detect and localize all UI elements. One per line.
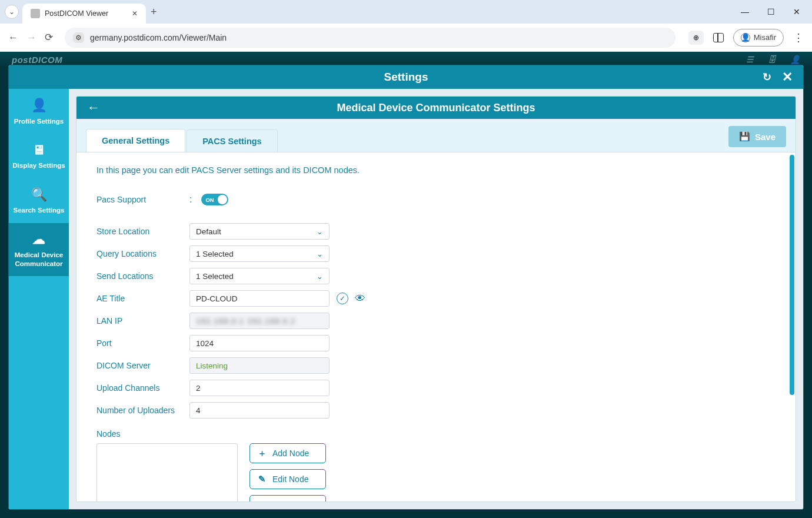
sidebar-item-label: Profile Settings: [14, 117, 64, 125]
tab-content: In this page you can edit PACS Server se…: [76, 152, 796, 502]
save-label: Save: [755, 132, 776, 142]
edit-icon: ✎: [257, 474, 267, 484]
scrollbar[interactable]: [790, 155, 794, 395]
nodes-label: Nodes: [96, 429, 776, 439]
tabs-row: General Settings PACS Settings 💾 Save: [76, 119, 796, 152]
maximize-button[interactable]: ☐: [766, 7, 776, 16]
reload-button[interactable]: ⟳: [45, 31, 53, 44]
url-text: germany.postdicom.com/Viewer/Main: [90, 33, 227, 42]
ae-title-input[interactable]: PD-CLOUD: [189, 290, 330, 307]
sidebar-item-label: Medical Device Communicator: [11, 251, 66, 268]
num-uploaders-input[interactable]: 4: [189, 402, 330, 419]
minimize-button[interactable]: —: [740, 7, 750, 16]
sidebar-item-display[interactable]: 🖥 Display Settings: [9, 134, 69, 178]
person-icon: 👤: [741, 33, 750, 42]
ae-title-value: PD-CLOUD: [196, 294, 238, 303]
upload-channels-label: Upload Channels: [96, 383, 189, 393]
search-icon: 🔍: [31, 187, 47, 203]
browser-tab[interactable]: PostDICOM Viewer ✕: [22, 4, 146, 24]
forward-button[interactable]: →: [26, 32, 36, 44]
ae-title-label: AE Title: [96, 294, 189, 303]
num-uploaders-label: Number of Uploaders: [96, 406, 189, 415]
port-input[interactable]: 1024: [189, 335, 330, 351]
add-node-label: Add Node: [272, 449, 309, 458]
monitor-icon: 🖥: [32, 142, 45, 158]
browser-menu-icon[interactable]: ⋮: [793, 31, 804, 44]
add-node-button[interactable]: ＋ Add Node: [249, 443, 326, 463]
brand-logo: postDICOM: [12, 55, 62, 65]
colon: :: [189, 194, 192, 205]
sidebar-item-search[interactable]: 🔍 Search Settings: [9, 178, 69, 223]
lan-ip-value: 192.168.0.1 192.168.0.2: [196, 317, 295, 326]
settings-content: ← Medical Device Communicator Settings G…: [69, 89, 803, 509]
query-locations-select[interactable]: 1 Selected ⌄: [189, 245, 330, 262]
address-bar[interactable]: ⚙ germany.postdicom.com/Viewer/Main: [65, 28, 675, 48]
translate-icon[interactable]: ⊕: [688, 31, 704, 45]
delete-node-label: Delete Node: [272, 500, 318, 502]
dicom-server-status: Listening: [189, 357, 330, 374]
browser-tab-strip: ⌄ PostDICOM Viewer ✕ + — ☐ ✕: [0, 0, 812, 24]
chevron-down-icon: ⌄: [317, 250, 323, 258]
pacs-support-toggle[interactable]: ON: [201, 194, 228, 205]
lan-ip-field: 192.168.0.1 192.168.0.2: [189, 313, 330, 329]
delete-node-button[interactable]: 🗑 Delete Node: [249, 495, 326, 502]
eye-icon[interactable]: 👁: [354, 293, 366, 304]
side-panel-icon[interactable]: [713, 33, 724, 42]
toggle-label: ON: [205, 197, 214, 203]
sidebar-item-label: Search Settings: [14, 206, 65, 214]
settings-modal: Settings ↻ ✕ 👤 Profile Settings 🖥 Displa…: [8, 65, 804, 510]
back-button[interactable]: ←: [8, 32, 18, 44]
topbar-user-icon[interactable]: 👤: [790, 55, 800, 64]
profile-chip[interactable]: 👤 Misafir: [733, 29, 784, 47]
port-label: Port: [96, 338, 189, 348]
tab-general-settings[interactable]: General Settings: [86, 129, 185, 152]
query-locations-label: Query Locations: [96, 249, 189, 258]
num-uploaders-value: 4: [196, 406, 201, 415]
sidebar-item-label: Display Settings: [12, 161, 65, 170]
topbar-storage-icon[interactable]: 🗄: [768, 55, 776, 64]
settings-sidebar: 👤 Profile Settings 🖥 Display Settings 🔍 …: [9, 89, 69, 509]
modal-header: Settings ↻ ✕: [9, 65, 803, 89]
cloud-icon: ☁: [32, 231, 45, 248]
edit-node-label: Edit Node: [272, 474, 308, 484]
site-settings-icon[interactable]: ⚙: [73, 32, 84, 43]
dicom-server-label: DICOM Server: [96, 361, 189, 370]
close-window-button[interactable]: ✕: [792, 7, 801, 16]
tab-search-button[interactable]: ⌄: [5, 5, 19, 19]
edit-node-button[interactable]: ✎ Edit Node: [249, 469, 326, 489]
tab-title: PostDICOM Viewer: [45, 9, 127, 18]
query-locations-value: 1 Selected: [196, 250, 234, 258]
toggle-knob: [218, 195, 227, 204]
person-icon: 👤: [31, 97, 47, 114]
nodes-listbox[interactable]: [96, 443, 238, 502]
favicon: [31, 9, 40, 18]
save-icon: 💾: [739, 131, 750, 142]
send-locations-label: Send Locations: [96, 271, 189, 281]
sidebar-item-profile[interactable]: 👤 Profile Settings: [9, 89, 69, 134]
send-locations-select[interactable]: 1 Selected ⌄: [189, 268, 330, 284]
chevron-down-icon: ⌄: [317, 272, 323, 281]
plus-icon: ＋: [257, 448, 267, 459]
port-value: 1024: [196, 339, 214, 348]
chevron-down-icon: ⌄: [317, 227, 323, 236]
upload-channels-input[interactable]: 2: [189, 380, 330, 396]
tab-close-icon[interactable]: ✕: [132, 9, 138, 18]
trash-icon: 🗑: [257, 500, 267, 502]
window-controls: — ☐ ✕: [740, 7, 807, 16]
send-locations-value: 1 Selected: [196, 272, 234, 281]
save-button[interactable]: 💾 Save: [728, 126, 786, 147]
new-tab-button[interactable]: +: [151, 6, 157, 18]
topbar-list-icon[interactable]: ☰: [746, 55, 754, 64]
modal-reload-icon[interactable]: ↻: [763, 71, 771, 84]
profile-name: Misafir: [754, 33, 776, 42]
pacs-support-label: Pacs Support: [96, 195, 189, 204]
store-location-label: Store Location: [96, 227, 189, 236]
upload-channels-value: 2: [196, 384, 201, 393]
modal-close-icon[interactable]: ✕: [782, 69, 793, 85]
tab-pacs-settings[interactable]: PACS Settings: [187, 130, 277, 152]
back-arrow-icon[interactable]: ←: [87, 100, 100, 115]
store-location-select[interactable]: Default ⌄: [189, 223, 330, 240]
lan-ip-label: LAN IP: [96, 316, 189, 326]
sidebar-item-medical-device[interactable]: ☁ Medical Device Communicator: [9, 223, 69, 276]
check-icon[interactable]: ✓: [337, 293, 348, 304]
